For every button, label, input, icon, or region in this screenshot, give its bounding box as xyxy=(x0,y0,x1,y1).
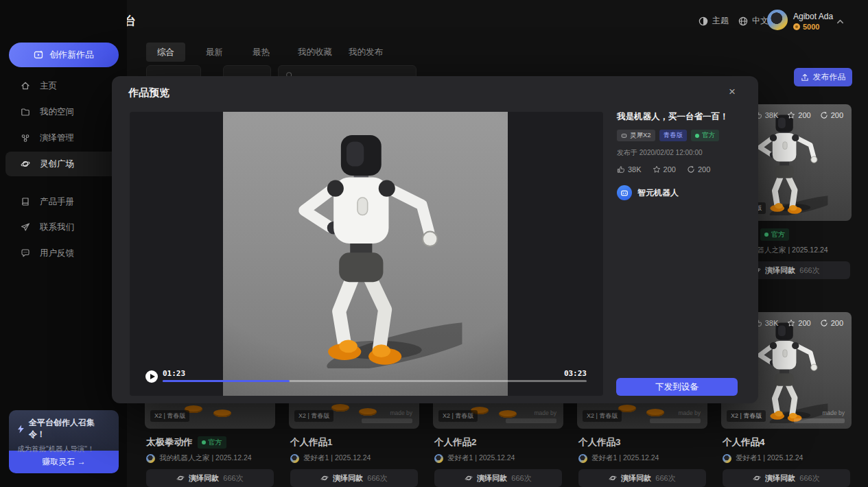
author-and-date: 爱好者1 | 2025.12.24 xyxy=(303,453,371,463)
sidebar-item-label: 用户反馈 xyxy=(40,248,74,259)
sidebar-item-product-manual[interactable]: 产品手册 xyxy=(5,189,121,214)
progress-bar[interactable] xyxy=(163,380,587,382)
share-icon xyxy=(820,111,828,119)
share-icon xyxy=(687,165,695,174)
card-title: 个人作品1 xyxy=(290,436,333,449)
card-title: 个人作品3 xyxy=(578,436,621,449)
tab-hottest[interactable]: 最热 xyxy=(253,47,270,58)
language-switcher[interactable]: 中文 xyxy=(738,15,769,27)
sidebar-item-my-space[interactable]: 我的空间 xyxy=(5,99,121,124)
sidebar-item-label: 我的空间 xyxy=(40,106,74,118)
create-video-icon xyxy=(34,50,43,60)
paper-plane-icon xyxy=(21,222,30,232)
current-time: 01:23 xyxy=(163,369,185,378)
robot-foot xyxy=(213,409,231,417)
book-icon xyxy=(21,197,30,206)
publish-work-button[interactable]: 发布作品 xyxy=(794,68,852,86)
made-by-watermark: made by xyxy=(794,409,845,423)
tab-newest[interactable]: 最新 xyxy=(206,47,223,58)
made-by-watermark: made by xyxy=(650,409,701,423)
official-dot-icon xyxy=(695,134,699,138)
video-frame xyxy=(223,112,508,396)
remix-same-button[interactable]: 演绎同款 666次 xyxy=(146,469,274,487)
publish-work-label: 发布作品 xyxy=(813,71,846,83)
modal-title: 作品预览 xyxy=(128,86,169,99)
watermark-line2 xyxy=(506,418,556,423)
create-new-work-button[interactable]: 创作新作品 xyxy=(9,43,119,67)
model-edition-tag: X2 | 青春版 xyxy=(438,410,478,422)
video-player[interactable]: 01:23 03:23 xyxy=(130,112,603,396)
shares-count: 200 xyxy=(831,111,843,119)
model-edition-tag: X2 | 青春版 xyxy=(727,410,766,422)
tab-my-favorites[interactable]: 我的收藏 xyxy=(298,47,332,58)
remix-same-button[interactable]: 演绎同款 666次 xyxy=(434,469,562,487)
author-and-date: 爱好者1 | 2025.12.24 xyxy=(447,453,515,463)
play-button[interactable] xyxy=(145,370,158,383)
author-avatar xyxy=(290,454,299,463)
stars-count: 200 xyxy=(798,111,810,119)
work-author-row[interactable]: 智元机器人 xyxy=(617,185,742,200)
likes-count: 38K xyxy=(765,319,779,327)
model-tag: 灵犀X2 xyxy=(617,130,655,141)
star-icon xyxy=(787,319,795,327)
author-avatar xyxy=(146,454,155,463)
user-block: Agibot Ada 5000 xyxy=(793,12,833,31)
made-by-watermark: made by xyxy=(362,409,412,423)
create-new-work-label: 创作新作品 xyxy=(49,49,94,61)
nodes-icon xyxy=(21,133,30,143)
theme-icon xyxy=(699,16,708,26)
card-title: 太极拳动作 xyxy=(146,436,193,449)
robot-video xyxy=(269,130,462,368)
official-dot-icon xyxy=(202,440,206,444)
official-badge: 官方 xyxy=(760,228,789,241)
user-avatar[interactable] xyxy=(767,10,788,30)
remix-same-button[interactable]: 演绎同款 666次 xyxy=(290,469,418,487)
chevron-up-icon[interactable] xyxy=(836,17,845,26)
share-icon xyxy=(820,319,828,327)
theme-toggle[interactable]: 主题 xyxy=(699,15,729,27)
sidebar-item-label: 演绎管理 xyxy=(40,132,74,144)
planet-icon xyxy=(320,474,329,482)
edition-tag: 青春版 xyxy=(659,130,688,141)
sidebar-item-user-feedback[interactable]: 用户反馈 xyxy=(5,241,121,265)
card-image-stats: 38K 200 200 xyxy=(754,111,843,119)
author-and-date: 我的机器人之家 | 2025.12.24 xyxy=(159,453,252,463)
close-icon[interactable]: × xyxy=(729,85,736,99)
tab-my-published[interactable]: 我的发布 xyxy=(349,47,383,58)
remix-same-button[interactable]: 演绎同款 666次 xyxy=(723,469,850,487)
model-edition-tag: X2 | 青春版 xyxy=(150,410,189,422)
sidebar-item-performance-management[interactable]: 演绎管理 xyxy=(5,126,121,150)
bolt-icon xyxy=(17,425,25,433)
star-icon xyxy=(787,111,795,119)
sidebar-item-contact-us[interactable]: 联系我们 xyxy=(5,215,121,239)
sidebar-item-label: 主页 xyxy=(40,80,57,92)
work-preview-modal: 作品预览 × 01:23 03:23 我是机器人，买一台省一百！ 灵 xyxy=(112,76,758,403)
card-image-stats: 38K 200 200 xyxy=(754,319,843,327)
author-avatar xyxy=(578,454,587,463)
author-avatar xyxy=(434,454,443,463)
robot-foot xyxy=(331,404,349,412)
planet-icon xyxy=(21,159,30,169)
watermark-line2 xyxy=(650,418,701,423)
remix-same-button[interactable]: 演绎同款 666次 xyxy=(578,469,706,487)
card-title: 个人作品4 xyxy=(723,436,765,449)
user-name: Agibot Ada xyxy=(793,12,833,21)
model-edition-tag: X2 | 青春版 xyxy=(294,410,333,422)
progress-fill xyxy=(163,380,290,382)
card-author-row: 爱好者1 | 2025.12.24 xyxy=(578,453,706,463)
author-robot-avatar xyxy=(617,185,632,200)
send-to-device-button[interactable]: 下发到设备 xyxy=(616,378,738,396)
author-and-date: 爱好者1 | 2025.12.24 xyxy=(736,453,803,463)
card-author-row: 我的机器人之家 | 2025.12.24 xyxy=(146,453,274,463)
chat-bubble-icon xyxy=(21,248,30,258)
app-window: Link raft 灵创平台 主题 中文 Agibot Ada 5000 xyxy=(0,0,868,487)
sidebar-item-lingchuang-plaza[interactable]: 灵创广场 xyxy=(5,152,121,176)
tab-comprehensive[interactable]: 综合 xyxy=(146,43,185,62)
coin-amount: 5000 xyxy=(803,23,819,31)
creator-recruit-body: 全平台创作人召集令！ 成为首批"机器人导演"！ xyxy=(9,410,119,451)
card-author-row: 爱好者1 | 2025.12.24 xyxy=(290,453,418,463)
publish-date: 发布于 2020/02/02 12:00:00 xyxy=(617,148,742,158)
work-detail-panel: 我是机器人，买一台省一百！ 灵犀X2 青春版 官方 发布于 2020/02/02… xyxy=(617,111,742,200)
card-author-row: 爱好者1 | 2025.12.24 xyxy=(434,453,562,463)
sidebar-item-home[interactable]: 主页 xyxy=(5,73,121,98)
